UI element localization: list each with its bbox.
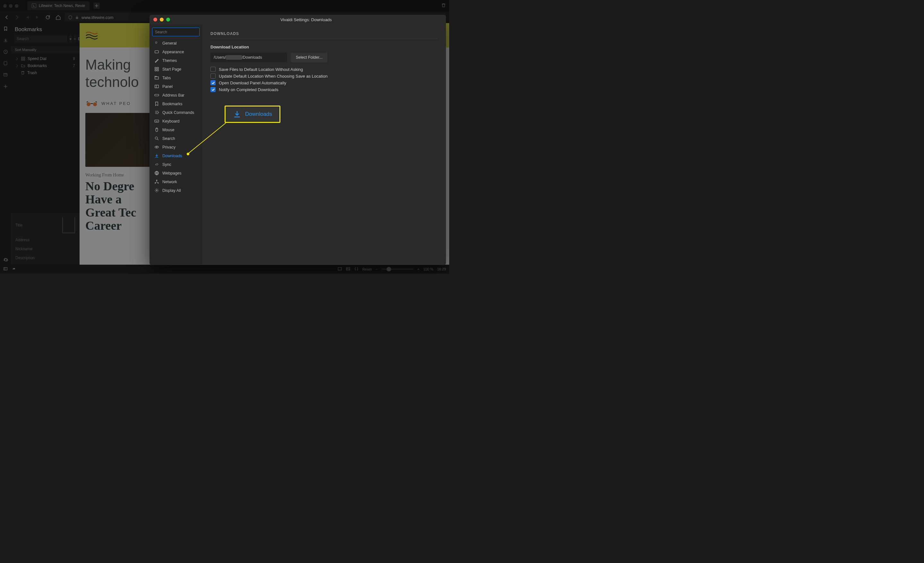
general-icon xyxy=(154,41,159,46)
appearance-icon xyxy=(154,49,159,54)
settings-nav-network[interactable]: Network xyxy=(152,177,200,186)
zoom-icon[interactable] xyxy=(166,18,170,21)
sync-icon xyxy=(154,162,159,167)
svg-point-24 xyxy=(154,146,158,148)
annotation-dot xyxy=(187,153,189,155)
settings-nav-sync[interactable]: Sync xyxy=(152,160,200,169)
checkbox[interactable] xyxy=(210,67,216,72)
section-title: DOWNLOADS xyxy=(210,31,438,36)
nav-label: Quick Commands xyxy=(162,110,194,115)
settings-nav-tabs[interactable]: Tabs xyxy=(152,73,200,82)
checkbox-label: Notify on Completed Downloads xyxy=(219,87,279,92)
settings-nav-address-bar[interactable]: Address Bar xyxy=(152,91,200,99)
select-folder-button[interactable]: Select Folder... xyxy=(291,52,328,62)
downloads-icon xyxy=(154,153,159,159)
annotation-callout-downloads: Downloads xyxy=(225,106,280,123)
redacted-username: xxxxxxx xyxy=(226,55,242,60)
nav-label: Themes xyxy=(162,58,177,63)
svg-rect-16 xyxy=(154,70,156,71)
nav-label: Bookmarks xyxy=(162,102,183,106)
settings-nav-themes[interactable]: Themes xyxy=(152,56,200,65)
settings-nav-mouse[interactable]: Mouse xyxy=(152,126,200,134)
webpages-icon xyxy=(154,171,159,176)
address-bar-icon xyxy=(154,93,159,98)
bookmarks-icon xyxy=(154,101,159,106)
settings-nav-appearance[interactable]: Appearance xyxy=(152,48,200,56)
checkbox-row-1[interactable]: Update Default Location When Choosing Sa… xyxy=(210,73,438,79)
tabs-icon xyxy=(154,75,159,81)
network-icon xyxy=(154,179,159,184)
nav-label: Mouse xyxy=(162,128,174,132)
themes-icon xyxy=(154,58,159,63)
checkbox-label: Open Download Panel Automatically xyxy=(219,81,286,85)
svg-rect-15 xyxy=(157,67,158,69)
checkbox-label: Save Files to Default Location Without A… xyxy=(219,67,303,72)
nav-label: Downloads xyxy=(162,154,182,158)
settings-nav-general[interactable]: General xyxy=(152,39,200,48)
settings-sidebar: GeneralAppearanceThemesStart PageTabsPan… xyxy=(150,24,202,265)
nav-label: Panel xyxy=(162,84,172,89)
svg-rect-21 xyxy=(154,120,159,123)
nav-label: Tabs xyxy=(162,76,171,80)
checkbox-label: Update Default Location When Choosing Sa… xyxy=(219,74,328,79)
svg-point-27 xyxy=(156,180,157,181)
close-icon[interactable] xyxy=(153,18,157,21)
settings-window: Vivaldi Settings: Downloads GeneralAppea… xyxy=(150,15,446,265)
settings-nav-quick-commands[interactable]: Quick Commands xyxy=(152,108,200,117)
mouse-icon xyxy=(154,127,159,132)
svg-rect-13 xyxy=(154,51,158,53)
settings-nav-search[interactable]: Search xyxy=(152,134,200,143)
download-icon xyxy=(233,110,241,118)
checkbox[interactable] xyxy=(210,87,216,92)
download-location-path[interactable]: /Users/xxxxxxx/Downloads xyxy=(210,52,287,62)
svg-point-30 xyxy=(156,190,157,191)
start-page-icon xyxy=(154,67,159,72)
settings-nav-panel[interactable]: Panel xyxy=(152,82,200,91)
settings-nav-display-all[interactable]: Display All xyxy=(152,186,200,195)
nav-label: Webpages xyxy=(162,171,182,175)
settings-content: DOWNLOADS Download Location /Users/xxxxx… xyxy=(202,24,446,265)
download-location-label: Download Location xyxy=(210,45,438,49)
svg-rect-17 xyxy=(157,70,158,71)
callout-label: Downloads xyxy=(245,111,272,117)
checkbox-row-2[interactable]: Open Download Panel Automatically xyxy=(210,80,438,85)
svg-rect-18 xyxy=(154,77,158,79)
settings-search-input[interactable] xyxy=(152,28,200,36)
settings-nav-start-page[interactable]: Start Page xyxy=(152,65,200,73)
checkbox-row-3[interactable]: Notify on Completed Downloads xyxy=(210,87,438,92)
nav-label: Privacy xyxy=(162,145,176,150)
nav-label: Network xyxy=(162,180,177,184)
settings-window-title: Vivaldi Settings: Downloads xyxy=(170,17,442,22)
checkbox-row-0[interactable]: Save Files to Default Location Without A… xyxy=(210,67,438,72)
nav-label: Display All xyxy=(162,188,181,193)
quick-commands-icon xyxy=(154,110,159,115)
settings-titlebar: Vivaldi Settings: Downloads xyxy=(150,15,446,24)
nav-label: Sync xyxy=(162,162,171,167)
svg-point-25 xyxy=(156,147,157,148)
settings-nav-downloads[interactable]: Downloads xyxy=(152,151,200,160)
privacy-icon xyxy=(154,145,159,150)
settings-nav-webpages[interactable]: Webpages xyxy=(152,169,200,177)
nav-label: Start Page xyxy=(162,67,181,72)
svg-rect-14 xyxy=(154,67,156,69)
minimize-icon[interactable] xyxy=(160,18,164,21)
settings-nav-bookmarks[interactable]: Bookmarks xyxy=(152,99,200,108)
checkbox[interactable] xyxy=(210,80,216,85)
checkbox[interactable] xyxy=(210,73,216,79)
settings-nav-privacy[interactable]: Privacy xyxy=(152,143,200,151)
keyboard-icon xyxy=(154,119,159,124)
nav-label: Keyboard xyxy=(162,119,180,123)
svg-rect-20 xyxy=(154,94,159,96)
settings-nav-keyboard[interactable]: Keyboard xyxy=(152,117,200,126)
svg-point-23 xyxy=(155,137,158,139)
nav-label: Search xyxy=(162,136,175,141)
nav-label: General xyxy=(162,41,177,46)
display-all-icon xyxy=(154,188,159,193)
nav-label: Appearance xyxy=(162,50,184,54)
nav-label: Address Bar xyxy=(162,93,184,97)
search-icon xyxy=(154,136,159,141)
panel-icon xyxy=(154,84,159,89)
svg-rect-19 xyxy=(154,85,158,88)
